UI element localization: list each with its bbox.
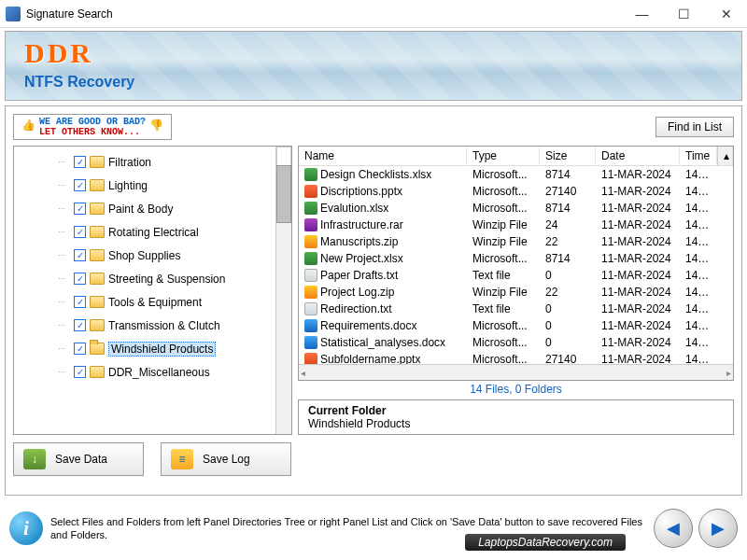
folder-icon (90, 179, 105, 191)
tree-item-1[interactable]: ⋯✓Lighting (16, 174, 274, 197)
tree-label: Rotating Electrical (108, 226, 199, 239)
col-size[interactable]: Size (540, 147, 596, 165)
tree-label: Tools & Equipment (108, 296, 202, 309)
file-row[interactable]: Project Log.zipWinzip File2211-MAR-20241… (299, 284, 733, 301)
file-row[interactable]: Subfoldername.pptxMicrosoft...2714011-MA… (299, 351, 733, 364)
folder-icon (90, 156, 105, 168)
file-row[interactable]: Redirection.txtText file011-MAR-202414:0… (299, 301, 733, 317)
nav-back-button[interactable]: ◀ (654, 509, 693, 548)
tree-checkbox[interactable]: ✓ (74, 296, 86, 308)
folder-icon (90, 273, 105, 285)
titlebar: Signature Search — ☐ ✕ (0, 0, 747, 28)
folder-icon (90, 296, 105, 308)
file-icon (304, 269, 317, 282)
tree-checkbox[interactable]: ✓ (74, 319, 86, 331)
tree-expand-icon: ⋯ (53, 298, 70, 306)
tree-scrollbar[interactable] (275, 147, 291, 434)
col-name[interactable]: Name (299, 147, 467, 165)
nav-next-button[interactable]: ▶ (698, 509, 738, 548)
tree-expand-icon: ⋯ (53, 274, 70, 283)
tree-label: Lighting (108, 179, 148, 192)
tree-item-7[interactable]: ⋯✓Transmission & Clutch (16, 314, 274, 337)
file-row[interactable]: Infrastructure.rarWinzip File2411-MAR-20… (299, 217, 733, 233)
tree-expand-icon: ⋯ (53, 344, 70, 353)
file-icon (304, 168, 317, 181)
file-row[interactable]: Design Checklists.xlsxMicrosoft...871411… (299, 166, 733, 183)
col-time[interactable]: Time (680, 147, 717, 165)
file-icon (304, 252, 317, 265)
site-badge: LaptopsDataRecovery.com (465, 534, 626, 551)
tree-label: Transmission & Clutch (108, 319, 220, 332)
tree-item-8[interactable]: ⋯✓Windshield Products (16, 337, 274, 360)
tree-item-2[interactable]: ⋯✓Paint & Body (16, 197, 274, 220)
folder-icon (90, 366, 105, 378)
tree-expand-icon: ⋯ (53, 158, 70, 166)
close-button[interactable]: ✕ (705, 0, 747, 28)
file-hscrollbar[interactable]: ◂▸ (299, 364, 733, 380)
file-icon (304, 302, 317, 315)
tree-item-5[interactable]: ⋯✓Streeting & Suspension (16, 267, 274, 290)
tree-label: Paint & Body (108, 203, 173, 216)
file-row[interactable]: Discriptions.pptxMicrosoft...2714011-MAR… (299, 183, 733, 200)
file-row[interactable]: Statistical_analyses.docxMicrosoft...011… (299, 334, 733, 351)
col-type[interactable]: Type (467, 147, 540, 165)
banner: DDR NTFS Recovery (5, 31, 742, 101)
file-row[interactable]: Paper Drafts.txtText file011-MAR-202414:… (299, 267, 733, 284)
app-icon (6, 7, 21, 21)
content-area: 👍 WE ARE GOOD OR BAD? LET OTHERS KNOW...… (5, 105, 742, 496)
tree-expand-icon: ⋯ (53, 368, 70, 376)
footer: i Select Files and Folders from left Pan… (0, 500, 747, 556)
file-row[interactable]: New Project.xlsxMicrosoft...871411-MAR-2… (299, 250, 733, 267)
save-log-icon (171, 449, 193, 469)
maximize-button[interactable]: ☐ (663, 0, 705, 28)
tree-checkbox[interactable]: ✓ (74, 156, 86, 168)
tree-panel: ⋯✓Filtration⋯✓Lighting⋯✓Paint & Body⋯✓Ro… (13, 146, 292, 435)
current-folder-title: Current Folder (308, 404, 724, 417)
file-row[interactable]: Evalution.xlsxMicrosoft...871411-MAR-202… (299, 200, 733, 217)
file-scroll-up[interactable]: ▴ (717, 147, 733, 165)
col-date[interactable]: Date (596, 147, 680, 165)
tree-expand-icon: ⋯ (53, 228, 70, 236)
file-icon (304, 218, 317, 231)
file-icon (304, 353, 317, 364)
tree-expand-icon: ⋯ (53, 204, 70, 213)
tree-checkbox[interactable]: ✓ (74, 249, 86, 261)
tree-checkbox[interactable]: ✓ (74, 366, 86, 378)
tree-item-3[interactable]: ⋯✓Rotating Electrical (16, 220, 274, 244)
minimize-button[interactable]: — (621, 0, 663, 28)
current-folder-value: Windshield Products (308, 417, 724, 430)
file-row[interactable]: Manuscripts.zipWinzip File2211-MAR-20241… (299, 233, 733, 250)
file-icon (304, 336, 317, 349)
tree-checkbox[interactable]: ✓ (74, 226, 86, 238)
find-in-list-button[interactable]: Find in List (655, 117, 734, 137)
tree-label: Filtration (108, 156, 151, 169)
tree-expand-icon: ⋯ (53, 181, 70, 189)
file-icon (304, 202, 317, 215)
tree-label: DDR_Miscellaneous (108, 366, 210, 379)
tree-item-6[interactable]: ⋯✓Tools & Equipment (16, 290, 274, 314)
file-summary: 14 Files, 0 Folders (298, 381, 734, 398)
tree-checkbox[interactable]: ✓ (74, 343, 86, 355)
tree-item-4[interactable]: ⋯✓Shop Supplies (16, 244, 274, 267)
tree-checkbox[interactable]: ✓ (74, 179, 86, 191)
tree-item-9[interactable]: ⋯✓DDR_Miscellaneous (16, 360, 274, 384)
tree-label: Shop Supplies (108, 249, 180, 262)
feedback-button[interactable]: 👍 WE ARE GOOD OR BAD? LET OTHERS KNOW...… (13, 114, 172, 140)
folder-icon (90, 343, 105, 355)
file-header: Name Type Size Date Time ▴ (299, 147, 733, 166)
save-log-button[interactable]: Save Log (161, 442, 291, 476)
folder-icon (90, 203, 105, 215)
window-title: Signature Search (26, 7, 621, 21)
tree-label: Windshield Products (108, 342, 216, 357)
folder-icon (90, 249, 105, 261)
tree-item-0[interactable]: ⋯✓Filtration (16, 150, 274, 174)
tree-checkbox[interactable]: ✓ (74, 203, 86, 215)
tree-checkbox[interactable]: ✓ (74, 273, 86, 285)
thumbs-up-icon: 👍 (21, 120, 35, 133)
tree-expand-icon: ⋯ (53, 251, 70, 259)
save-data-icon (23, 449, 46, 469)
file-icon (304, 286, 317, 299)
banner-subtitle: NTFS Recovery (24, 74, 134, 91)
file-row[interactable]: Requirements.docxMicrosoft...011-MAR-202… (299, 317, 733, 334)
save-data-button[interactable]: Save Data (13, 442, 144, 476)
